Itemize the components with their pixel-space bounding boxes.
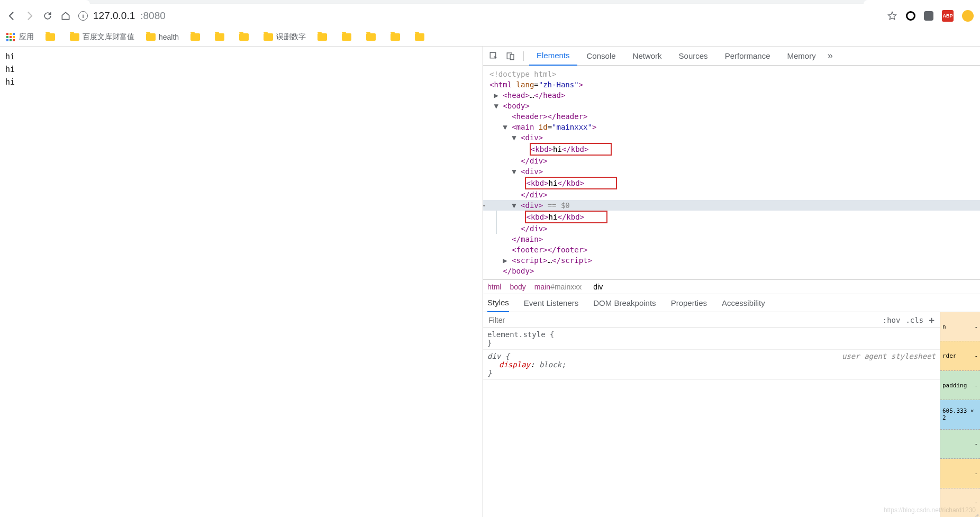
reload-button[interactable] bbox=[42, 11, 53, 21]
page-line: hi bbox=[5, 77, 477, 87]
toolbar-right: ABP bbox=[887, 10, 974, 22]
forward-button[interactable] bbox=[24, 11, 35, 21]
profile-avatar[interactable] bbox=[962, 10, 974, 22]
apps-label: 应用 bbox=[19, 32, 34, 42]
box-border-b: - bbox=[940, 459, 980, 488]
bookmark-item[interactable] bbox=[190, 33, 203, 41]
hov-toggle[interactable]: :hov bbox=[883, 316, 901, 324]
tab-console[interactable]: Console bbox=[579, 47, 623, 66]
dom-line-selected[interactable]: ⋯ ▼ <div> == $0 bbox=[483, 200, 980, 211]
styles-filter-bar: :hov .cls + bbox=[483, 312, 940, 328]
dom-line[interactable]: <header></header> bbox=[483, 111, 980, 122]
bookmark-item[interactable]: 百度文库财富值 bbox=[70, 32, 134, 42]
folder-icon bbox=[366, 33, 376, 41]
tab-active-left bbox=[0, 0, 90, 4]
folder-icon bbox=[239, 33, 249, 41]
dom-line[interactable]: </div> bbox=[483, 189, 980, 200]
crumb-body[interactable]: body bbox=[510, 283, 525, 291]
styles-subtabs: Styles Event Listeners DOM Breakpoints P… bbox=[483, 294, 980, 312]
box-content: 605.333 × 2 bbox=[940, 400, 980, 429]
crumb-html[interactable]: html bbox=[487, 283, 501, 291]
subtab-accessibility[interactable]: Accessibility bbox=[722, 298, 765, 307]
content-area: hi hi hi Elements Console Network Source… bbox=[0, 47, 980, 517]
box-model: n- rder- padding- 605.333 × 2 - - - bbox=[940, 312, 980, 517]
styles-filter-input[interactable] bbox=[483, 316, 877, 324]
extension-icon-1[interactable] bbox=[906, 11, 915, 21]
address-bar[interactable]: i 127.0.0.1:8080 bbox=[78, 10, 879, 22]
dom-line[interactable]: </div> bbox=[483, 156, 980, 166]
add-rule-icon[interactable]: + bbox=[929, 314, 934, 325]
url-host: 127.0.0.1 bbox=[93, 10, 135, 22]
dom-line[interactable]: <footer></footer> bbox=[483, 244, 980, 255]
bookmark-item[interactable] bbox=[342, 33, 355, 41]
dom-line[interactable]: <kbd>hi</kbd> bbox=[483, 177, 980, 189]
watermark: https://blog.csdn.net/richard1230 bbox=[884, 506, 976, 514]
inspect-element-icon[interactable] bbox=[486, 49, 501, 64]
dom-line[interactable]: </div> bbox=[483, 223, 980, 234]
dom-tree[interactable]: <!doctype html> <html lang="zh-Hans"> ▶ … bbox=[483, 66, 980, 279]
folder-icon bbox=[46, 33, 55, 41]
bookmark-item[interactable] bbox=[366, 33, 379, 41]
dom-line[interactable]: <html lang="zh-Hans"> bbox=[483, 79, 980, 90]
back-button[interactable] bbox=[6, 11, 17, 21]
folder-icon bbox=[190, 33, 200, 41]
bookmark-item[interactable]: health bbox=[146, 33, 179, 41]
rule-div[interactable]: user agent stylesheet div { display: blo… bbox=[483, 350, 940, 380]
dom-line[interactable]: ▼ <body> bbox=[483, 101, 980, 111]
bookmark-item[interactable] bbox=[46, 33, 58, 41]
site-info-icon[interactable]: i bbox=[78, 11, 88, 21]
dom-line[interactable]: ▶ <head>…</head> bbox=[483, 90, 980, 101]
dom-line[interactable]: <kbd>hi</kbd> bbox=[483, 143, 980, 156]
rule-element-style[interactable]: element.style { } bbox=[483, 328, 940, 350]
red-highlight-box: <kbd>hi</kbd> bbox=[525, 177, 617, 189]
crumb-main[interactable]: main#mainxxx bbox=[534, 283, 582, 291]
bookmarks-bar: 应用 百度文库财富值 health 误删数字 bbox=[0, 28, 980, 47]
dom-line[interactable]: </main> bbox=[483, 234, 980, 244]
dom-line[interactable]: <kbd>hi</kbd> bbox=[483, 211, 980, 223]
bookmark-item[interactable] bbox=[239, 33, 252, 41]
bookmark-item[interactable] bbox=[317, 33, 330, 41]
abp-extension-icon[interactable]: ABP bbox=[942, 10, 954, 22]
styles-main: :hov .cls + element.style { } user agent… bbox=[483, 312, 980, 517]
device-toolbar-icon[interactable] bbox=[503, 49, 518, 64]
page-line: hi bbox=[5, 52, 477, 61]
separator bbox=[523, 51, 524, 61]
dom-line[interactable]: ▼ <div> bbox=[483, 132, 980, 143]
dom-line[interactable]: </body> bbox=[483, 266, 980, 276]
bookmark-star-icon[interactable] bbox=[887, 11, 897, 21]
box-padding: padding- bbox=[940, 371, 980, 400]
tab-network[interactable]: Network bbox=[625, 47, 669, 66]
red-highlight-box: <kbd>hi</kbd> bbox=[530, 143, 612, 156]
bookmark-item[interactable] bbox=[215, 33, 228, 41]
tab-elements[interactable]: Elements bbox=[529, 47, 577, 66]
bookmark-item[interactable] bbox=[415, 33, 428, 41]
dom-line[interactable]: ▶ <script>…</script> bbox=[483, 255, 980, 266]
tab-performance[interactable]: Performance bbox=[718, 47, 778, 66]
browser-tab-strip bbox=[0, 0, 980, 4]
bookmark-item[interactable]: 误删数字 bbox=[264, 32, 306, 42]
folder-icon bbox=[215, 33, 224, 41]
styles-tools: :hov .cls + bbox=[877, 314, 940, 325]
dom-line[interactable]: ▼ <div> bbox=[483, 166, 980, 177]
subtab-styles[interactable]: Styles bbox=[487, 294, 509, 312]
box-padding-b: - bbox=[940, 430, 980, 459]
folder-icon bbox=[415, 33, 424, 41]
subtab-event-listeners[interactable]: Event Listeners bbox=[524, 298, 578, 307]
more-tabs-icon[interactable]: » bbox=[828, 50, 833, 61]
home-button[interactable] bbox=[60, 11, 71, 21]
red-highlight-box: <kbd>hi</kbd> bbox=[525, 211, 607, 223]
resize-corner-icon[interactable] bbox=[973, 510, 980, 517]
devtools-tabs: Elements Console Network Sources Perform… bbox=[483, 47, 980, 66]
bookmark-item[interactable] bbox=[391, 33, 403, 41]
tab-memory[interactable]: Memory bbox=[780, 47, 823, 66]
cls-toggle[interactable]: .cls bbox=[905, 316, 923, 324]
dom-line[interactable]: ▼ <main id="mainxxx"> bbox=[483, 122, 980, 132]
crumb-div[interactable]: div bbox=[590, 282, 606, 292]
extension-icon-2[interactable] bbox=[924, 11, 933, 21]
subtab-dom-breakpoints[interactable]: DOM Breakpoints bbox=[593, 298, 656, 307]
subtab-properties[interactable]: Properties bbox=[671, 298, 707, 307]
apps-button[interactable]: 应用 bbox=[6, 32, 34, 42]
dom-line[interactable]: <!doctype html> bbox=[483, 69, 980, 79]
tab-sources[interactable]: Sources bbox=[672, 47, 715, 66]
css-rules: element.style { } user agent stylesheet … bbox=[483, 328, 940, 517]
